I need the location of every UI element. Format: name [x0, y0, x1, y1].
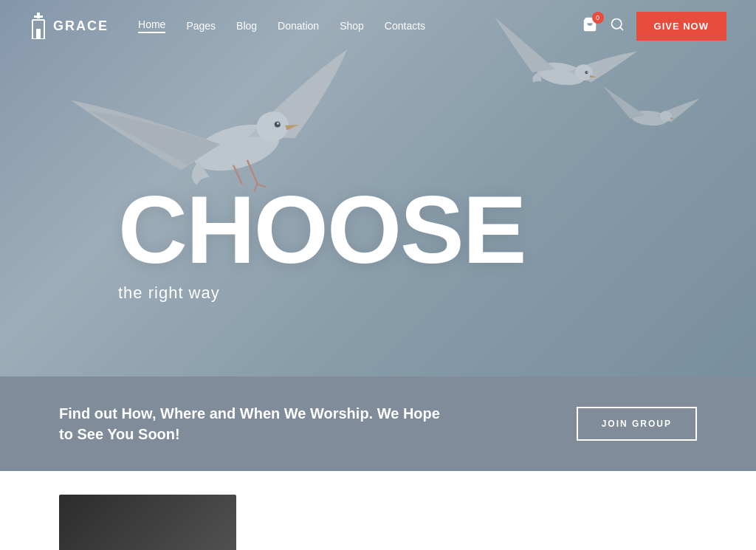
cart-button[interactable]: 0	[582, 16, 598, 35]
header-actions: 0 GIVE NOW	[582, 12, 726, 41]
search-icon	[610, 17, 625, 32]
featured-thumbnail	[59, 495, 236, 550]
cta-text: Find out How, Where and When We Worship.…	[59, 403, 458, 444]
nav-pages[interactable]: Pages	[186, 20, 216, 32]
cart-count: 0	[592, 12, 604, 24]
hero-content: CHOOSE the right way	[118, 182, 525, 303]
church-icon	[30, 13, 47, 39]
hero-subtitle: the right way	[118, 283, 525, 303]
logo[interactable]: GRACE	[30, 13, 109, 39]
nav-home[interactable]: Home	[138, 18, 165, 33]
bottom-section	[0, 471, 756, 550]
site-header: GRACE Home Pages Blog Donation Shop Cont…	[0, 0, 756, 52]
hero-section: CHOOSE the right way	[0, 0, 756, 377]
svg-line-5	[619, 27, 622, 30]
join-group-button[interactable]: JOIN GROUP	[577, 407, 697, 441]
svg-rect-3	[36, 29, 41, 39]
nav-donation[interactable]: Donation	[278, 20, 319, 32]
search-button[interactable]	[610, 17, 625, 35]
brand-name: GRACE	[53, 18, 109, 34]
nav-contacts[interactable]: Contacts	[385, 20, 425, 32]
give-now-button[interactable]: GIVE NOW	[636, 12, 726, 41]
cta-banner: Find out How, Where and When We Worship.…	[0, 377, 756, 471]
svg-rect-1	[34, 16, 43, 18]
main-nav: Home Pages Blog Donation Shop Contacts	[138, 18, 582, 33]
nav-blog[interactable]: Blog	[236, 20, 257, 32]
nav-shop[interactable]: Shop	[340, 20, 364, 32]
hero-title: CHOOSE	[118, 182, 525, 278]
